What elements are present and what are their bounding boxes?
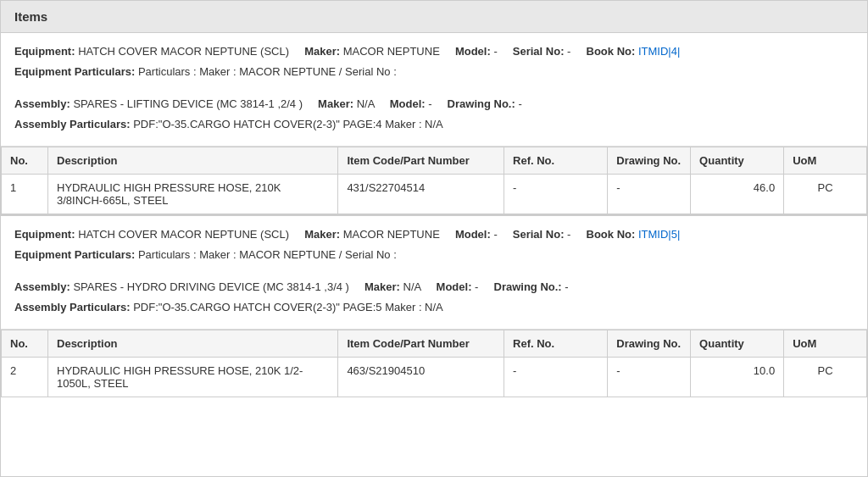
model-2: - bbox=[493, 228, 497, 241]
equipment-name-1: HATCH COVER MACOR NEPTUNE (SCL) bbox=[78, 45, 289, 58]
model-label-2: Model: bbox=[455, 228, 491, 241]
td-code-1-1: 431/S22704514 bbox=[338, 175, 504, 214]
table-header-row-2: No. Description Item Code/Part Number Re… bbox=[2, 330, 867, 358]
maker-label-2: Maker: bbox=[304, 228, 340, 241]
td-desc-1-1: HYDRAULIC HIGH PRESSURE HOSE, 210K 3/8IN… bbox=[48, 175, 338, 214]
asm-particulars-label-2: Assembly Particulars: bbox=[14, 301, 131, 313]
assembly-particulars-line-2: Assembly Particulars: PDF:"O-35.CARGO HA… bbox=[14, 299, 854, 316]
asm-particulars-label-1: Assembly Particulars: bbox=[14, 118, 131, 130]
td-ref-1-1: - bbox=[504, 175, 608, 214]
equipment-line-2: Equipment: HATCH COVER MACOR NEPTUNE (SC… bbox=[14, 226, 854, 243]
table-header-row-1: No. Description Item Code/Part Number Re… bbox=[2, 147, 867, 175]
assembly-line-1: Assembly: SPARES - LIFTING DEVICE (MC 38… bbox=[14, 96, 854, 113]
th-qty-1: Quantity bbox=[691, 147, 784, 175]
equipment-block-1: Equipment: HATCH COVER MACOR NEPTUNE (SC… bbox=[1, 33, 867, 147]
asm-particulars-value-2: PDF:"O-35.CARGO HATCH COVER(2-3)" PAGE:5… bbox=[133, 301, 443, 313]
th-qty-2: Quantity bbox=[691, 330, 784, 358]
assembly-line-2: Assembly: SPARES - HYDRO DRIVING DEVICE … bbox=[14, 279, 854, 296]
eq-particulars-value-1: Particulars : Maker : MACOR NEPTUNE / Se… bbox=[138, 65, 397, 78]
equipment-line-1: Equipment: HATCH COVER MACOR NEPTUNE (SC… bbox=[14, 43, 854, 60]
equipment-particulars-line-1: Equipment Particulars: Particulars : Mak… bbox=[14, 64, 854, 80]
th-no-1: No. bbox=[2, 147, 48, 175]
items-table-2: No. Description Item Code/Part Number Re… bbox=[1, 330, 867, 397]
assembly-maker-2: N/A bbox=[403, 280, 421, 293]
table-row-2-1: 2 HYDRAULIC HIGH PRESSURE HOSE, 210K 1/2… bbox=[2, 358, 867, 397]
td-no-2-1: 2 bbox=[2, 358, 48, 397]
section-header: Items bbox=[1, 1, 867, 33]
assembly-drawing-2: - bbox=[565, 280, 568, 293]
assembly-model-label-2: Model: bbox=[437, 280, 472, 293]
assembly-model-label-1: Model: bbox=[390, 97, 426, 110]
equipment-name-2: HATCH COVER MACOR NEPTUNE (SCL) bbox=[78, 228, 289, 241]
assembly-maker-label-2: Maker: bbox=[364, 280, 400, 293]
th-ref-2: Ref. No. bbox=[504, 330, 608, 358]
table-row-1-1: 1 HYDRAULIC HIGH PRESSURE HOSE, 210K 3/8… bbox=[2, 175, 867, 214]
td-drawing-2-1: - bbox=[608, 358, 691, 397]
th-code-1: Item Code/Part Number bbox=[338, 147, 504, 175]
assembly-label-2: Assembly: bbox=[14, 280, 70, 293]
equipment-label-2: Equipment: bbox=[14, 228, 75, 241]
th-uom-1: UoM bbox=[784, 147, 867, 175]
maker-2: MACOR NEPTUNE bbox=[343, 228, 440, 241]
td-ref-2-1: - bbox=[504, 358, 608, 397]
serial-label-2: Serial No: bbox=[513, 228, 565, 241]
assembly-model-1: - bbox=[428, 97, 431, 110]
th-no-2: No. bbox=[2, 330, 48, 358]
td-no-1-1: 1 bbox=[2, 175, 48, 214]
eq-particulars-label-2: Equipment Particulars: bbox=[14, 248, 135, 261]
section-title: Items bbox=[14, 9, 47, 24]
assembly-particulars-line-1: Assembly Particulars: PDF:"O-35.CARGO HA… bbox=[14, 116, 854, 133]
book-2[interactable]: ITMID|5| bbox=[638, 228, 680, 241]
th-desc-1: Description bbox=[48, 147, 338, 175]
assembly-drawing-label-2: Drawing No.: bbox=[494, 280, 562, 293]
th-code-2: Item Code/Part Number bbox=[338, 330, 504, 358]
td-code-2-1: 463/S21904510 bbox=[338, 358, 504, 397]
asm-particulars-value-1: PDF:"O-35.CARGO HATCH COVER(2-3)" PAGE:4… bbox=[133, 118, 443, 130]
td-uom-2-1: PC bbox=[784, 358, 867, 397]
assembly-model-2: - bbox=[475, 280, 478, 293]
assembly-drawing-1: - bbox=[518, 97, 521, 110]
th-drawing-1: Drawing No. bbox=[608, 147, 691, 175]
maker-label-1: Maker: bbox=[304, 45, 340, 58]
items-table-1: No. Description Item Code/Part Number Re… bbox=[1, 147, 867, 214]
th-drawing-2: Drawing No. bbox=[608, 330, 691, 358]
assembly-maker-label-1: Maker: bbox=[318, 97, 353, 110]
serial-label-1: Serial No: bbox=[513, 45, 565, 58]
equipment-label-1: Equipment: bbox=[14, 45, 75, 58]
equipment-particulars-line-2: Equipment Particulars: Particulars : Mak… bbox=[14, 247, 854, 263]
th-uom-2: UoM bbox=[784, 330, 867, 358]
eq-particulars-value-2: Particulars : Maker : MACOR NEPTUNE / Se… bbox=[138, 248, 397, 261]
book-1[interactable]: ITMID|4| bbox=[638, 45, 680, 58]
maker-1: MACOR NEPTUNE bbox=[343, 45, 440, 58]
td-drawing-1-1: - bbox=[608, 175, 691, 214]
serial-2: - bbox=[567, 228, 570, 241]
book-label-1: Book No: bbox=[587, 45, 636, 58]
assembly-name-2: SPARES - HYDRO DRIVING DEVICE (MC 3814-1… bbox=[73, 280, 349, 293]
th-desc-2: Description bbox=[48, 330, 338, 358]
th-ref-1: Ref. No. bbox=[504, 147, 608, 175]
assembly-name-1: SPARES - LIFTING DEVICE (MC 3814-1 ,2/4 … bbox=[73, 97, 303, 110]
td-qty-1-1: 46.0 bbox=[691, 175, 784, 214]
td-uom-1-1: PC bbox=[784, 175, 867, 214]
assembly-drawing-label-1: Drawing No.: bbox=[448, 97, 515, 110]
serial-1: - bbox=[567, 45, 570, 58]
model-label-1: Model: bbox=[455, 45, 491, 58]
td-qty-2-1: 10.0 bbox=[691, 358, 784, 397]
eq-particulars-label-1: Equipment Particulars: bbox=[14, 65, 135, 78]
assembly-maker-1: N/A bbox=[357, 97, 375, 110]
book-label-2: Book No: bbox=[587, 228, 636, 241]
td-desc-2-1: HYDRAULIC HIGH PRESSURE HOSE, 210K 1/2-1… bbox=[48, 358, 338, 397]
equipment-block-2: Equipment: HATCH COVER MACOR NEPTUNE (SC… bbox=[1, 214, 867, 330]
page-wrapper: Items Equipment: HATCH COVER MACOR NEPTU… bbox=[0, 0, 868, 477]
assembly-label-1: Assembly: bbox=[14, 97, 70, 110]
model-1: - bbox=[493, 45, 497, 58]
